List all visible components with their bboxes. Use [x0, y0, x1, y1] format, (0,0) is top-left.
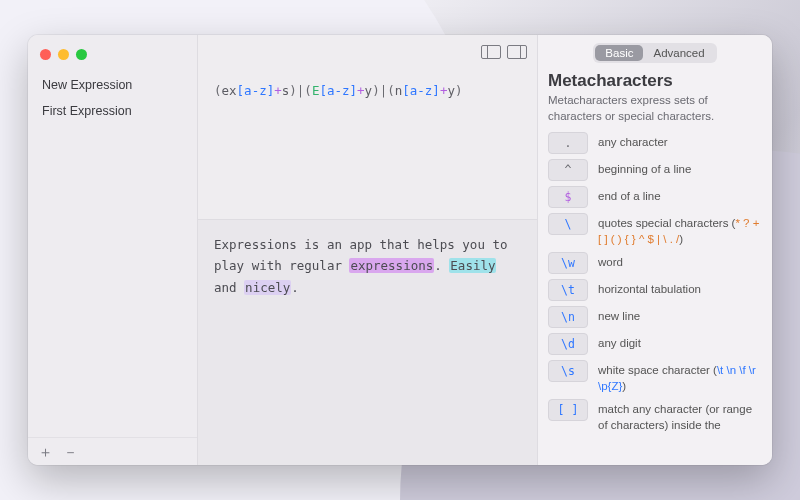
- remove-expression-button[interactable]: －: [63, 444, 78, 459]
- metachar-desc: horizontal tabulation: [598, 279, 701, 298]
- metachar-row[interactable]: \dany digit: [548, 333, 762, 355]
- metachar-desc: beginning of a line: [598, 159, 691, 178]
- minimize-icon[interactable]: [58, 49, 69, 60]
- sidebar-footer: ＋ －: [28, 437, 197, 465]
- sidebar-item-expression[interactable]: First Expression: [28, 98, 197, 124]
- test-text: .: [434, 258, 449, 273]
- metachar-key: .: [548, 132, 588, 154]
- match-highlight: nicely: [244, 280, 291, 295]
- regex-token: [a-z]: [237, 83, 275, 98]
- cheatsheet-desc: Metacharacters express sets of character…: [548, 93, 762, 124]
- regex-token: (: [387, 83, 395, 98]
- app-window: New ExpressionFirst Expression ＋ － (ex[a…: [28, 35, 772, 465]
- metachar-desc: end of a line: [598, 186, 661, 205]
- tab-basic[interactable]: Basic: [595, 45, 643, 61]
- metachar-list: .any character^beginning of a line$end o…: [548, 132, 762, 438]
- regex-token: ): [455, 83, 463, 98]
- close-icon[interactable]: [40, 49, 51, 60]
- metachar-key: \d: [548, 333, 588, 355]
- regex-token: +: [274, 83, 282, 98]
- metachar-key: [ ]: [548, 399, 588, 421]
- metachar-desc: match any character (or range of charact…: [598, 399, 762, 433]
- metachar-desc: any digit: [598, 333, 641, 352]
- window-controls: [28, 41, 197, 68]
- regex-token: ): [372, 83, 380, 98]
- metachar-desc: any character: [598, 132, 668, 151]
- cheatsheet-panel: Basic Advanced Metacharacters Metacharac…: [538, 35, 772, 465]
- toggle-cheatsheet-icon[interactable]: [507, 45, 527, 59]
- cheatsheet-title: Metacharacters: [548, 71, 762, 91]
- regex-token: +: [357, 83, 365, 98]
- regex-token: (: [304, 83, 312, 98]
- regex-token: ex: [222, 83, 237, 98]
- metachar-key: \t: [548, 279, 588, 301]
- metachar-desc: new line: [598, 306, 640, 325]
- metachar-key: ^: [548, 159, 588, 181]
- metachar-desc: white space character (\t \n \f \r \p{Z}…: [598, 360, 762, 394]
- add-expression-button[interactable]: ＋: [38, 444, 53, 459]
- expression-list: New ExpressionFirst Expression: [28, 68, 197, 437]
- metachar-row[interactable]: \thorizontal tabulation: [548, 279, 762, 301]
- test-text-input[interactable]: Expressions is an app that helps you to …: [198, 219, 537, 465]
- metachar-row[interactable]: $end of a line: [548, 186, 762, 208]
- metachar-row[interactable]: [ ]match any character (or range of char…: [548, 399, 762, 433]
- regex-token: y: [365, 83, 373, 98]
- metachar-row[interactable]: \quotes special characters (* ? + [ ] ( …: [548, 213, 762, 247]
- sidebar-item-expression[interactable]: New Expression: [28, 72, 197, 98]
- metachar-row[interactable]: \nnew line: [548, 306, 762, 328]
- regex-token: [a-z]: [402, 83, 440, 98]
- test-text: .: [291, 280, 299, 295]
- regex-token: [a-z]: [319, 83, 357, 98]
- sidebar: New ExpressionFirst Expression ＋ －: [28, 35, 198, 465]
- editor-toolbar: [198, 35, 537, 69]
- match-highlight: Easily: [449, 258, 496, 273]
- metachar-row[interactable]: \wword: [548, 252, 762, 274]
- editor: (ex[a-z]+s)|(E[a-z]+y)|(n[a-z]+y) Expres…: [198, 35, 538, 465]
- metachar-key: $: [548, 186, 588, 208]
- metachar-desc: quotes special characters (* ? + [ ] ( )…: [598, 213, 762, 247]
- metachar-key: \w: [548, 252, 588, 274]
- test-text: and: [214, 280, 244, 295]
- metachar-key: \: [548, 213, 588, 235]
- metachar-key: \n: [548, 306, 588, 328]
- toggle-sidebar-icon[interactable]: [481, 45, 501, 59]
- metachar-desc: word: [598, 252, 623, 271]
- tab-advanced[interactable]: Advanced: [643, 45, 714, 61]
- metachar-row[interactable]: \swhite space character (\t \n \f \r \p{…: [548, 360, 762, 394]
- match-highlight: expressions: [349, 258, 434, 273]
- cheatsheet-tabs: Basic Advanced: [593, 43, 716, 63]
- regex-token: ): [289, 83, 297, 98]
- regex-token: (: [214, 83, 222, 98]
- regex-token: y: [447, 83, 455, 98]
- regex-input[interactable]: (ex[a-z]+s)|(E[a-z]+y)|(n[a-z]+y): [198, 69, 537, 219]
- metachar-row[interactable]: .any character: [548, 132, 762, 154]
- metachar-row[interactable]: ^beginning of a line: [548, 159, 762, 181]
- metachar-key: \s: [548, 360, 588, 382]
- zoom-icon[interactable]: [76, 49, 87, 60]
